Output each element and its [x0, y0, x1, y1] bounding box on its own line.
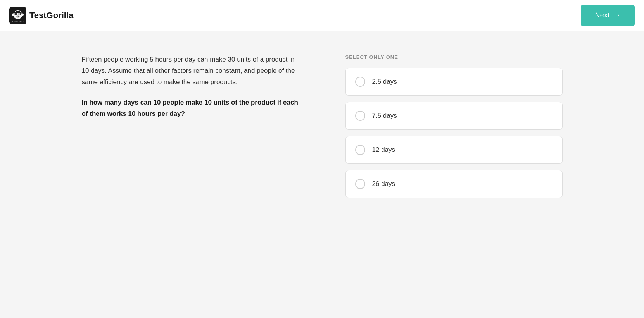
svg-point-5 [19, 13, 21, 15]
option-item-4[interactable]: 26 days [345, 170, 563, 198]
next-button[interactable]: Next → [581, 5, 635, 26]
option-item-3[interactable]: 12 days [345, 136, 563, 164]
svg-point-10 [21, 13, 24, 16]
svg-point-8 [18, 16, 19, 17]
logo-icon: TESTGORILLA [9, 7, 26, 24]
option-label-1: 2.5 days [372, 78, 397, 86]
logo: TESTGORILLA TestGorilla [9, 7, 73, 24]
radio-circle-2 [355, 111, 365, 121]
option-label-4: 26 days [372, 180, 395, 188]
svg-point-6 [16, 15, 20, 18]
logo-text: TestGorilla [29, 10, 73, 21]
question-bold: In how many days can 10 people make 10 u… [82, 97, 299, 120]
question-side: Fifteen people working 5 hours per day c… [82, 54, 299, 198]
header: TESTGORILLA TestGorilla Next → [0, 0, 644, 31]
option-item-1[interactable]: 2.5 days [345, 68, 563, 96]
svg-point-7 [17, 16, 17, 17]
answer-side: SELECT ONLY ONE 2.5 days 7.5 days 12 day… [345, 54, 563, 198]
option-list: 2.5 days 7.5 days 12 days 26 days [345, 68, 563, 198]
svg-point-4 [16, 13, 17, 15]
main-content: Fifteen people working 5 hours per day c… [51, 31, 594, 221]
option-item-2[interactable]: 7.5 days [345, 102, 563, 130]
radio-circle-3 [355, 145, 365, 155]
svg-point-9 [12, 13, 14, 16]
option-label-3: 12 days [372, 146, 395, 154]
svg-text:TESTGORILLA: TESTGORILLA [11, 21, 25, 23]
question-context: Fifteen people working 5 hours per day c… [82, 54, 299, 88]
next-arrow-icon: → [614, 11, 621, 19]
select-only-one-label: SELECT ONLY ONE [345, 54, 563, 60]
radio-circle-4 [355, 179, 365, 189]
next-button-label: Next [595, 11, 609, 19]
option-label-2: 7.5 days [372, 112, 397, 120]
radio-circle-1 [355, 77, 365, 87]
